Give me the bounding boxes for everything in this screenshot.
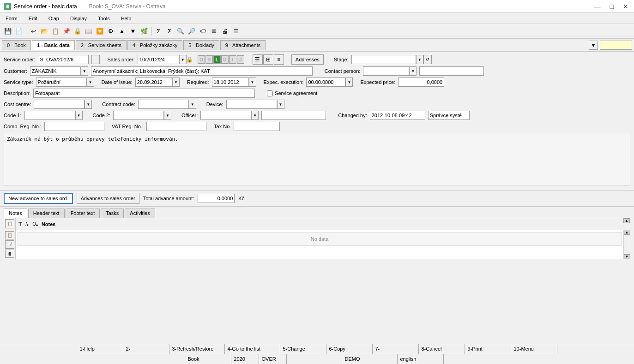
notes-icon-1[interactable]: 📋 xyxy=(5,219,14,228)
changed-by-date-input[interactable] xyxy=(370,111,425,120)
toolbar-nav-up[interactable]: ▲ xyxy=(117,26,127,36)
menu-help[interactable]: Help xyxy=(119,15,133,22)
notes-tab-header[interactable]: Header text xyxy=(28,209,65,218)
status-btn-R[interactable]: R xyxy=(205,55,213,64)
f8-key[interactable]: 8-Cancel xyxy=(419,344,465,354)
menu-edit[interactable]: Edit xyxy=(27,15,39,22)
advances-button[interactable]: Advances to sales order xyxy=(77,193,139,204)
new-advance-button[interactable]: New advance to sales ord. xyxy=(4,193,73,204)
notes-o4-btn[interactable]: O₄ xyxy=(32,221,38,227)
toolbar-search[interactable]: 🔍 xyxy=(175,26,186,36)
view-list-icon[interactable]: ☰ xyxy=(253,54,263,65)
expec-execution-input[interactable] xyxy=(306,78,345,87)
code1-dropdown[interactable]: ▼ xyxy=(75,111,83,120)
f7-key[interactable]: 7- xyxy=(373,344,419,354)
contact-person-dropdown[interactable]: ▼ xyxy=(409,66,417,76)
f5-key[interactable]: 5-Change xyxy=(280,344,326,354)
customer-code-input[interactable] xyxy=(30,66,81,76)
status-btn-L[interactable]: L xyxy=(213,55,221,64)
view-grid-icon[interactable]: ⊞ xyxy=(263,54,273,65)
service-order-input[interactable] xyxy=(38,55,89,64)
date-of-issue-dropdown[interactable]: ▼ xyxy=(172,78,180,87)
f10-key[interactable]: 10-Menu xyxy=(511,344,557,354)
status-btn-O[interactable]: O xyxy=(198,55,205,64)
device-input[interactable] xyxy=(226,100,277,109)
officer-input[interactable] xyxy=(200,111,251,120)
minimize-btn[interactable]: — xyxy=(592,3,603,10)
tabs-textbox[interactable] xyxy=(600,41,632,50)
stage-dropdown[interactable]: ▼ xyxy=(416,55,423,64)
close-btn[interactable]: ✕ xyxy=(621,3,630,10)
notes-tab-footer[interactable]: Footer text xyxy=(66,209,100,218)
customer-dropdown[interactable]: ▼ xyxy=(81,66,88,76)
menu-form[interactable]: Form xyxy=(4,15,19,22)
service-type-dropdown[interactable]: ▼ xyxy=(87,78,94,87)
f4-key[interactable]: 4-Go to the list xyxy=(225,344,280,354)
f1-key[interactable]: 1-Help xyxy=(77,344,123,354)
code2-dropdown[interactable]: ▼ xyxy=(164,111,171,120)
sales-order-dropdown[interactable]: ▼ xyxy=(179,55,187,64)
officer-dropdown[interactable]: ▼ xyxy=(251,111,259,120)
toolbar-book[interactable]: 📖 xyxy=(84,26,94,36)
expec-execution-dropdown[interactable]: ▼ xyxy=(345,78,353,87)
tab-1-basic-data[interactable]: 1 - Basic data xyxy=(32,40,75,50)
description-input[interactable] xyxy=(33,89,255,98)
toolbar-tree[interactable]: 🌿 xyxy=(139,26,149,36)
customer-full-input[interactable] xyxy=(91,66,313,76)
toolbar-save[interactable]: 💾 xyxy=(3,26,13,36)
code2-input[interactable] xyxy=(113,111,164,120)
contract-code-dropdown[interactable]: ▼ xyxy=(189,100,196,109)
toolbar-print[interactable]: 🖨 xyxy=(220,26,230,36)
main-textarea[interactable]: Zákazník má být o průběhu opravy telefon… xyxy=(4,133,630,184)
contact-person-name-input[interactable] xyxy=(419,66,484,76)
view-detail-icon[interactable]: ≡ xyxy=(274,54,284,65)
notes-icon-c[interactable]: 🗑 xyxy=(5,250,14,258)
vat-reg-input[interactable] xyxy=(146,122,206,131)
toolbar-menu[interactable]: ☰ xyxy=(231,26,241,36)
menu-olap[interactable]: Olap xyxy=(47,15,61,22)
tab-0-book[interactable]: 0 - Book xyxy=(2,40,31,50)
menu-display[interactable]: Display xyxy=(68,15,89,22)
officer-name-input[interactable] xyxy=(261,111,326,120)
required-input[interactable] xyxy=(212,78,249,87)
tab-5-doklady[interactable]: 5 - Doklady xyxy=(183,40,219,50)
comp-reg-input[interactable] xyxy=(44,122,104,131)
notes-sub3-btn[interactable]: /₃ xyxy=(25,221,29,227)
status-btn-D[interactable]: D xyxy=(221,55,229,64)
tabs-dropdown[interactable]: ▼ xyxy=(589,41,598,50)
date-of-issue-input[interactable] xyxy=(135,78,172,87)
toolbar-undo[interactable]: ↩ xyxy=(28,26,38,36)
maximize-btn[interactable]: □ xyxy=(608,3,616,10)
notes-scrollbar[interactable]: ▲ ▼ xyxy=(623,230,630,259)
tab-9-attachments[interactable]: 9 - Attachments xyxy=(220,40,266,50)
expected-price-input[interactable] xyxy=(398,78,444,87)
tab-4-polozky[interactable]: 4 - Položky zakázky xyxy=(127,40,182,50)
f9-key[interactable]: 9-Print xyxy=(465,344,511,354)
notes-icon-b[interactable]: 📝 xyxy=(5,240,14,249)
cost-centre-dropdown[interactable]: ▼ xyxy=(85,100,92,109)
toolbar-mail[interactable]: ✉ xyxy=(209,26,219,36)
service-type-input[interactable] xyxy=(36,78,87,87)
tab-2-service-sheets[interactable]: 2 - Service sheets xyxy=(76,40,127,50)
toolbar-new[interactable]: 📄 xyxy=(14,26,24,36)
notes-tab-notes[interactable]: Notes xyxy=(4,209,27,218)
contact-person-input[interactable] xyxy=(363,66,409,76)
f6-key[interactable]: 6-Copy xyxy=(326,344,373,354)
notes-tab-activities[interactable]: Activities xyxy=(125,209,155,218)
changed-by-user-input[interactable] xyxy=(428,111,470,120)
toolbar-sum[interactable]: Σ xyxy=(153,26,163,36)
toolbar-copy[interactable]: 📋 xyxy=(50,26,60,36)
f2-key[interactable]: 2- xyxy=(123,344,169,354)
notes-icon-a[interactable]: 📋 xyxy=(5,231,14,239)
toolbar-paste[interactable]: 📌 xyxy=(61,26,72,36)
notes-t-btn[interactable]: T xyxy=(18,221,22,227)
service-agreement-checkbox[interactable] xyxy=(267,90,273,96)
addresses-button[interactable]: Addresses xyxy=(291,54,324,65)
notes-tab-tasks[interactable]: Tasks xyxy=(101,209,124,218)
required-dropdown[interactable]: ▼ xyxy=(249,78,256,87)
toolbar-open[interactable]: 📂 xyxy=(39,26,49,36)
menu-tools[interactable]: Tools xyxy=(96,15,112,22)
total-advance-input[interactable] xyxy=(198,194,235,203)
toolbar-find[interactable]: 🏷 xyxy=(198,26,208,36)
code1-input[interactable] xyxy=(24,111,75,120)
